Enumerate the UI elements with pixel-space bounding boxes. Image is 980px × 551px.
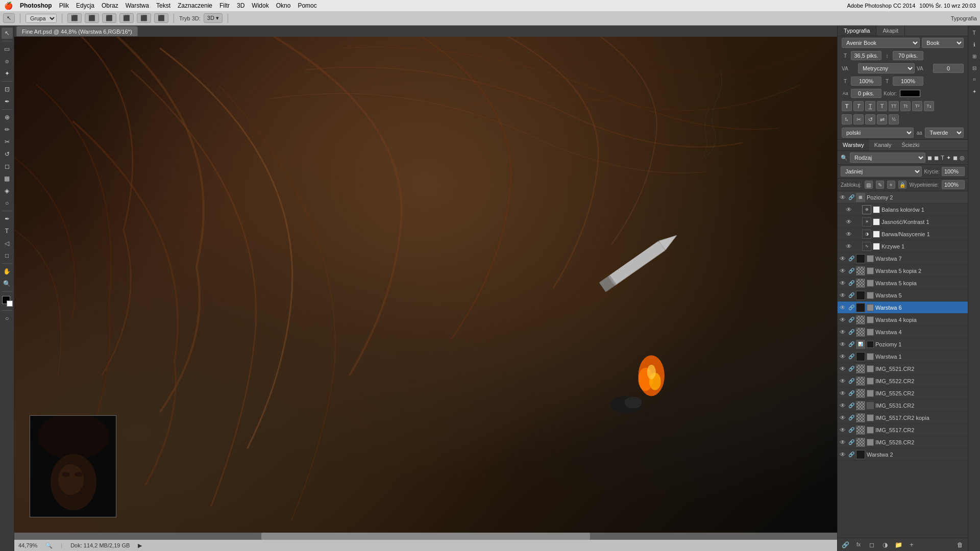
visibility-icon[interactable]: 👁 — [840, 353, 847, 360]
flip-button[interactable]: ⇌ — [877, 114, 887, 124]
visibility-icon[interactable]: 👁 — [840, 427, 847, 434]
visibility-icon[interactable]: 👁 — [840, 267, 847, 274]
tool-move[interactable]: ↖ — [2, 28, 13, 39]
visibility-icon[interactable]: 👁 — [840, 316, 847, 323]
menu-okno[interactable]: Okno — [276, 2, 291, 9]
play-btn[interactable]: ▶ — [138, 542, 142, 549]
visibility-icon[interactable]: 👁 — [846, 218, 853, 226]
layer-row[interactable]: 👁 🔗 Warstwa 2 — [838, 448, 968, 461]
visibility-icon[interactable]: 👁 — [840, 451, 847, 458]
menu-plik[interactable]: Plik — [59, 2, 69, 9]
delete-layer-icon[interactable]: 🗑 — [955, 540, 965, 549]
lock-all-btn[interactable]: + — [887, 181, 895, 189]
tool-mask[interactable]: ○ — [2, 313, 13, 324]
filter-btn-4[interactable]: ✦ — [946, 155, 951, 161]
scale-h-field[interactable] — [851, 77, 881, 86]
lock-pixels-btn[interactable]: ▧ — [865, 181, 873, 189]
fx-icon[interactable]: fx — [854, 540, 863, 549]
color-picker[interactable] — [2, 296, 12, 306]
tracking-field[interactable] — [933, 64, 964, 73]
layer-row[interactable]: 👁 🔗 Warstwa 5 kopia 2 — [838, 265, 968, 277]
visibility-icon[interactable]: 👁 — [840, 341, 847, 348]
subscript-button[interactable]: T₂ — [924, 101, 934, 111]
blend-mode-select[interactable]: Jaśniej — [841, 166, 922, 177]
allcaps-button[interactable]: TT — [889, 101, 899, 111]
paths-tab[interactable]: Ścieżki — [896, 140, 924, 151]
menu-edycja[interactable]: Edycja — [76, 2, 94, 9]
tool-blur[interactable]: ◈ — [2, 185, 13, 196]
tool-path[interactable]: ◁ — [2, 238, 13, 249]
align-btn-2[interactable]: ⬛ — [85, 13, 99, 23]
opacity-field[interactable] — [942, 167, 965, 176]
language-select[interactable]: polski — [842, 128, 914, 138]
tool-eraser[interactable]: ◻ — [2, 161, 13, 172]
menu-3d[interactable]: 3D — [237, 2, 244, 9]
fill-field[interactable] — [942, 180, 965, 189]
strip-icon-6[interactable]: ✦ — [969, 86, 979, 96]
tool-shape[interactable]: □ — [2, 250, 13, 261]
visibility-icon[interactable]: 👁 — [840, 304, 847, 311]
visibility-icon[interactable]: 👁 — [840, 329, 847, 336]
layer-row[interactable]: 👁 🔗 IMG_5517.CR2 — [838, 424, 968, 436]
tool-pen[interactable]: ✒ — [2, 213, 13, 224]
layer-row[interactable]: 👁 🔗 Warstwa 4 kopia — [838, 314, 968, 326]
align-btn-5[interactable]: ⬛ — [137, 13, 151, 23]
tool-heal[interactable]: ⊕ — [2, 112, 13, 123]
faux-bold-button[interactable]: fₐ — [842, 114, 852, 124]
layer-row[interactable]: 👁 ⊕ Balans kolorów 1 — [838, 204, 968, 216]
add-mask-icon[interactable]: ◻ — [867, 540, 876, 549]
visibility-icon[interactable]: 👁 — [846, 206, 853, 213]
align-btn-3[interactable]: ⬛ — [102, 13, 116, 23]
visibility-icon[interactable]: 👁 — [840, 292, 847, 299]
lock-lock-btn[interactable]: 🔒 — [898, 181, 906, 189]
bold-button[interactable]: T — [842, 101, 852, 111]
layer-row[interactable]: 👁 🔗 IMG_5521.CR2 — [838, 363, 968, 375]
menu-pomoc[interactable]: Pomoc — [298, 2, 316, 9]
canvas-viewport[interactable] — [14, 37, 837, 533]
layer-row[interactable]: 👁 🔗 Warstwa 5 kopia — [838, 277, 968, 289]
tool-history[interactable]: ↺ — [2, 148, 13, 160]
tool-eyedropper[interactable]: ✒ — [2, 96, 13, 107]
tool-gradient[interactable]: ▦ — [2, 173, 13, 184]
underline-button[interactable]: T — [865, 101, 875, 111]
fraction-button[interactable]: ½ — [889, 114, 899, 124]
channels-tab[interactable]: Kanały — [869, 140, 897, 151]
visibility-icon[interactable]: 👁 — [840, 414, 847, 421]
faux-italic-button[interactable]: ✂ — [853, 114, 864, 124]
align-btn-6[interactable]: ⬛ — [154, 13, 168, 23]
visibility-icon[interactable]: 👁 — [840, 439, 847, 446]
antialias-select[interactable]: Twerde — [925, 128, 964, 138]
tool-brush[interactable]: ✏ — [2, 124, 13, 135]
visibility-icon[interactable]: 👁 — [840, 378, 847, 385]
tab-typografia[interactable]: Typografia — [838, 26, 876, 36]
apple-menu[interactable]: 🍎 — [4, 2, 13, 10]
move-tool[interactable]: ↖ — [3, 13, 15, 23]
align-btn-1[interactable]: ⬛ — [67, 13, 82, 23]
filter-btn-3[interactable]: T — [941, 155, 944, 161]
strip-icon-1[interactable]: T — [969, 28, 979, 38]
layers-tab[interactable]: Warstwy — [838, 140, 869, 151]
add-adjustment-icon[interactable]: ◑ — [880, 540, 890, 549]
layer-row[interactable]: 👁 🔗 IMG_5525.CR2 — [838, 387, 968, 399]
layer-row[interactable]: 👁 🔗 Warstwa 7 — [838, 253, 968, 265]
visibility-icon[interactable]: 👁 — [840, 365, 847, 372]
menu-zaznaczenie[interactable]: Zaznaczenie — [178, 2, 212, 9]
strikethrough-button[interactable]: T — [877, 101, 887, 111]
visibility-icon[interactable]: 👁 — [840, 255, 847, 262]
add-link-icon[interactable]: 🔗 — [841, 540, 850, 549]
layer-row[interactable]: 👁 ◑ Barwa/Nasycenie 1 — [838, 228, 968, 240]
visibility-icon[interactable]: 👁 — [840, 390, 847, 397]
tool-text[interactable]: T — [2, 226, 13, 237]
lock-position-btn[interactable]: ✎ — [876, 181, 884, 189]
font-style-select[interactable]: Book — [922, 38, 964, 48]
menu-warstwa[interactable]: Warstwa — [126, 2, 149, 9]
visibility-icon[interactable]: 👁 — [846, 243, 853, 250]
add-group-icon[interactable]: 📁 — [894, 540, 903, 549]
layer-row[interactable]: 👁 🔗 📊 Poziomy 1 — [838, 338, 968, 350]
font-family-select[interactable]: Avenir Book — [842, 38, 920, 48]
tool-wand[interactable]: ✦ — [2, 68, 13, 79]
strip-icon-4[interactable]: ⊟ — [969, 63, 979, 73]
strip-icon-2[interactable]: ℹ — [969, 39, 979, 49]
tab-akapit[interactable]: Akapit — [876, 26, 905, 36]
layer-row[interactable]: 👁 🔗 Warstwa 1 — [838, 350, 968, 363]
